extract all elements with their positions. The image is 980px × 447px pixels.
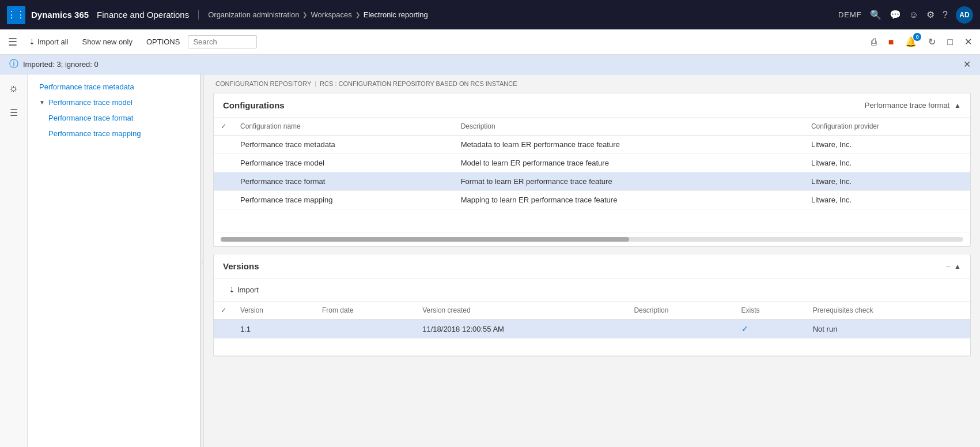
- info-message: Imported: 3; ignored: 0: [23, 60, 99, 69]
- breadcrumb: Organization administration ❯ Workspaces…: [208, 10, 838, 19]
- versions-table-header: ✓ Version From date Version created Desc…: [214, 302, 970, 320]
- mapping-label: Performance trace mapping: [48, 129, 141, 138]
- pin-icon[interactable]: ⎙: [868, 35, 880, 50]
- chevron-icon: ❯: [302, 12, 307, 18]
- row-provider: Litware, Inc.: [804, 172, 970, 191]
- versions-panel-header: Versions -- ▲: [214, 254, 970, 279]
- check-header-icon: ✓: [221, 122, 226, 130]
- versions-dash: --: [946, 262, 951, 271]
- list-icon[interactable]: ☰: [3, 102, 24, 123]
- row-provider: Litware, Inc.: [804, 191, 970, 209]
- vcol-exists: Exists: [735, 302, 806, 320]
- versions-collapse-icon[interactable]: ▲: [954, 262, 961, 271]
- row-check: [214, 191, 233, 209]
- horizontal-scrollbar[interactable]: [214, 232, 970, 246]
- restore-icon[interactable]: □: [944, 35, 956, 50]
- tree-item-model[interactable]: ▼ Performance trace model: [28, 95, 200, 110]
- hamburger-icon[interactable]: ☰: [5, 32, 21, 52]
- breadcrumb-er[interactable]: Electronic reporting: [364, 10, 428, 19]
- env-badge: DEMF: [838, 10, 862, 19]
- col-check: ✓: [214, 118, 233, 136]
- banner-close-button[interactable]: ✕: [963, 59, 971, 70]
- grid-icon: ⋮⋮: [7, 9, 25, 20]
- row-check: [214, 172, 233, 191]
- avatar[interactable]: AD: [956, 6, 973, 24]
- info-icon: ⓘ: [9, 58, 18, 70]
- scrollbar-track: [221, 237, 963, 242]
- close-icon[interactable]: ✕: [961, 34, 975, 50]
- info-banner: ⓘ Imported: 3; ignored: 0 ✕: [0, 55, 980, 74]
- vrow-version: 1.1: [233, 320, 315, 339]
- row-config-name: Performance trace metadata: [233, 136, 454, 154]
- show-new-only-label: Show new only: [82, 37, 132, 46]
- search-icon[interactable]: 🔍: [870, 9, 881, 20]
- vrow-check: [214, 320, 233, 339]
- filter-icon[interactable]: ⛭: [3, 79, 24, 100]
- notification-button[interactable]: 🔔 0: [902, 34, 920, 50]
- versions-panel: Versions -- ▲ ⇣ Import ✓ Version From da: [213, 254, 971, 356]
- version-row[interactable]: 1.1 11/18/2018 12:00:55 AM ✓ Not run: [214, 320, 970, 339]
- vrow-exists: ✓: [735, 320, 806, 339]
- breadcrumb-org[interactable]: Organization administration: [208, 10, 299, 19]
- vcol-description: Description: [627, 302, 734, 320]
- col-description: Description: [454, 118, 804, 136]
- import-icon: ⇣: [29, 37, 35, 46]
- vrow-version-created: 11/18/2018 12:00:55 AM: [415, 320, 627, 339]
- versions-panel-title: Versions: [223, 261, 259, 271]
- version-row-spacer: [214, 339, 970, 356]
- row-description: Metadata to learn ER performance trace f…: [454, 136, 804, 154]
- options-button[interactable]: OPTIONS: [141, 35, 186, 48]
- versions-panel-actions: -- ▲: [946, 262, 961, 271]
- face-icon[interactable]: ☺: [909, 10, 918, 20]
- config-table-header: ✓ Configuration name Description Configu…: [214, 118, 970, 136]
- brand-app: Finance and Operations: [97, 10, 189, 20]
- table-row[interactable]: Performance trace mapping Mapping to lea…: [214, 191, 970, 209]
- sidebar-icons: ⛭ ☰: [0, 74, 28, 447]
- versions-table: ✓ Version From date Version created Desc…: [214, 302, 970, 356]
- configurations-table: ✓ Configuration name Description Configu…: [214, 118, 970, 232]
- path-separator: |: [315, 80, 316, 87]
- vcol-version-created: Version created: [415, 302, 627, 320]
- row-config-name: Performance trace format: [233, 172, 454, 191]
- path-config-repo: CONFIGURATION REPOSITORY: [215, 80, 311, 87]
- row-provider: Litware, Inc.: [804, 136, 970, 154]
- refresh-icon[interactable]: ↻: [925, 34, 939, 50]
- vrow-prerequisites: Not run: [806, 320, 970, 339]
- message-icon[interactable]: 💬: [890, 9, 901, 20]
- import-button[interactable]: ⇣ Import: [223, 283, 264, 296]
- exists-checkmark: ✓: [741, 324, 748, 333]
- row-config-name: Performance trace mapping: [233, 191, 454, 209]
- app-grid-button[interactable]: ⋮⋮: [7, 6, 25, 24]
- table-row[interactable]: Performance trace model Model to learn E…: [214, 154, 970, 172]
- vcol-prerequisites: Prerequisites check: [806, 302, 970, 320]
- options-label: OPTIONS: [146, 37, 180, 46]
- tree-item-metadata[interactable]: Performance trace metadata: [28, 79, 200, 95]
- import-all-button[interactable]: ⇣ Import all: [23, 35, 74, 48]
- row-description: Model to learn ER performance trace feat…: [454, 154, 804, 172]
- tree-item-mapping[interactable]: Performance trace mapping: [28, 126, 200, 141]
- import-all-label: Import all: [37, 37, 68, 46]
- import-down-icon: ⇣: [229, 286, 235, 294]
- panel-header-right: Performance trace format ▲: [865, 101, 961, 110]
- table-row[interactable]: Performance trace metadata Metadata to l…: [214, 136, 970, 154]
- main-layout: ⛭ ☰ Performance trace metadata ▼ Perform…: [0, 74, 980, 447]
- collapse-icon[interactable]: ▲: [954, 102, 961, 110]
- vcol-from-date: From date: [315, 302, 415, 320]
- expand-icon: ▼: [39, 99, 45, 106]
- office-icon[interactable]: ■: [885, 35, 898, 50]
- settings-icon[interactable]: ⚙: [926, 9, 934, 20]
- tree-item-format[interactable]: Performance trace format: [28, 110, 200, 126]
- table-spacer: [214, 209, 970, 232]
- search-input[interactable]: [188, 35, 257, 48]
- help-icon[interactable]: ?: [943, 10, 948, 20]
- chevron-icon-2: ❯: [355, 12, 360, 18]
- configurations-panel-title: Configurations: [223, 100, 285, 110]
- nav-brand: Dynamics 365 Finance and Operations: [31, 10, 199, 20]
- row-provider: Litware, Inc.: [804, 154, 970, 172]
- tree-navigation: Performance trace metadata ▼ Performance…: [28, 74, 200, 447]
- selected-config-name: Performance trace format: [865, 101, 949, 110]
- breadcrumb-workspaces[interactable]: Workspaces: [311, 10, 351, 19]
- table-row-selected[interactable]: Performance trace format Format to learn…: [214, 172, 970, 191]
- show-new-only-button[interactable]: Show new only: [76, 35, 138, 48]
- row-check: [214, 136, 233, 154]
